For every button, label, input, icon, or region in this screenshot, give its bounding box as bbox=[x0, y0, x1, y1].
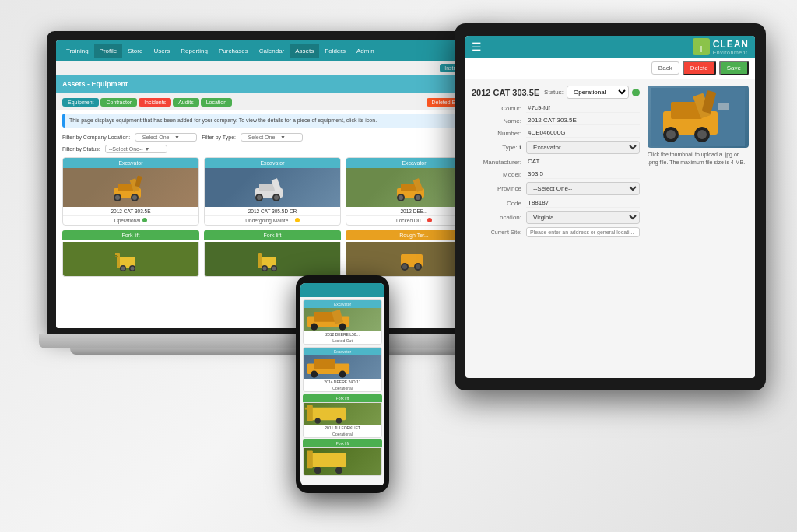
equipment-photo-svg bbox=[651, 88, 745, 146]
svg-point-59 bbox=[339, 371, 346, 378]
svg-point-54 bbox=[311, 324, 318, 331]
svg-rect-31 bbox=[258, 253, 262, 268]
laptop-tabs: Equipment Contractor Incidents Audits Lo… bbox=[56, 93, 489, 110]
tablet-nav: ☰ CLEAN Environment bbox=[465, 36, 755, 58]
equipment-photo[interactable] bbox=[648, 86, 749, 148]
card-image-1 bbox=[63, 168, 198, 207]
type-select[interactable]: --Select One-- ▼ bbox=[241, 133, 303, 142]
phone-forklift-name-1: 2011 JUI FORKLIFT bbox=[304, 425, 381, 431]
tablet-content: 2012 CAT 303.5E Status: Operational Colo… bbox=[465, 79, 755, 247]
svg-rect-1 bbox=[118, 184, 133, 191]
tablet-toolbar: Back Delete Save bbox=[465, 58, 755, 79]
province-dropdown[interactable]: --Select One-- bbox=[526, 182, 640, 195]
nav-calendar[interactable]: Calendar bbox=[254, 44, 290, 58]
tablet-device: ☰ CLEAN Environment Back bbox=[455, 23, 766, 390]
nav-admin[interactable]: Admin bbox=[351, 44, 380, 58]
leaf-icon bbox=[694, 40, 708, 54]
excavator-svg-3 bbox=[393, 173, 436, 202]
status-select[interactable]: --Select One-- ▼ bbox=[105, 145, 167, 153]
location-dropdown[interactable]: Virginia bbox=[526, 211, 640, 224]
forklift-section: Fork lift Fork lift Rough Ter... bbox=[56, 230, 489, 242]
laptop-base bbox=[39, 334, 506, 348]
form-row-name: Name: 2012 CAT 303.5E bbox=[472, 116, 640, 125]
laptop-nav: Training Profile Store Users Reporting P… bbox=[56, 40, 489, 61]
forklift-card-1[interactable] bbox=[62, 242, 199, 277]
svg-point-40 bbox=[416, 264, 420, 269]
nav-assets[interactable]: Assets bbox=[290, 44, 319, 58]
phone-card-header-1: Excavator bbox=[304, 300, 381, 308]
logo-icon bbox=[693, 38, 710, 55]
rough-terrain-svg bbox=[398, 245, 430, 272]
tablet-photo-section: Click the thumbnail to upload a .jpg or … bbox=[648, 86, 749, 240]
card-header-1: Excavator bbox=[63, 158, 198, 168]
info-box: This page displays equipment that has be… bbox=[62, 114, 483, 128]
phone-excavator-card-1[interactable]: Excavator 2012 DEERE L50... Locked Out bbox=[303, 299, 382, 345]
menu-icon[interactable]: ☰ bbox=[472, 40, 482, 53]
photo-hint: Click the thumbnail to upload a .jpg or … bbox=[648, 151, 749, 166]
card-name-1: 2012 CAT 303.5E bbox=[63, 207, 198, 216]
form-row-province: Province --Select One-- bbox=[472, 182, 640, 195]
svg-point-55 bbox=[339, 324, 346, 331]
status-dropdown[interactable]: Operational bbox=[567, 86, 629, 99]
svg-point-7 bbox=[132, 195, 137, 200]
phone-forklift-svg-2 bbox=[304, 448, 381, 475]
nav-purchases[interactable]: Purchases bbox=[213, 44, 254, 58]
phone-screen: Excavator 2012 DEERE L50... Locked Out E… bbox=[300, 283, 384, 485]
svg-point-29 bbox=[131, 267, 135, 271]
filter-bar-2: Filter by Status: --Select One-- ▼ bbox=[56, 144, 489, 154]
equipment-grid: Excavator 2012 CAT 303 bbox=[56, 154, 489, 229]
nav-reporting[interactable]: Reporting bbox=[175, 44, 213, 58]
phone-card-name-1: 2012 DEERE L50... bbox=[304, 331, 381, 338]
excavator-svg-2 bbox=[251, 173, 294, 202]
card-status-1: Operational bbox=[63, 216, 198, 225]
tablet-header-row: 2012 CAT 303.5E Status: Operational bbox=[472, 86, 640, 99]
svg-rect-60 bbox=[311, 408, 346, 420]
manufacturer-value: CAT bbox=[526, 157, 640, 166]
tab-location[interactable]: Location bbox=[201, 98, 232, 107]
svg-point-64 bbox=[336, 418, 342, 423]
nav-store[interactable]: Store bbox=[122, 44, 148, 58]
phone-card-img-2 bbox=[304, 355, 381, 379]
nav-training[interactable]: Training bbox=[61, 44, 94, 58]
tab-equipment[interactable]: Equipment bbox=[62, 98, 99, 107]
svg-rect-24 bbox=[115, 253, 118, 255]
forklift-card-2[interactable] bbox=[204, 242, 341, 277]
tab-audits[interactable]: Audits bbox=[173, 98, 198, 107]
form-row-model: Model: 303.5 bbox=[472, 170, 640, 179]
nav-users[interactable]: Users bbox=[148, 44, 175, 58]
phone-forklift-card-1[interactable]: 2011 JUI FORKLIFT Operational bbox=[303, 402, 382, 438]
back-button[interactable]: Back bbox=[651, 61, 679, 75]
svg-rect-65 bbox=[311, 453, 346, 467]
type-dropdown[interactable]: Excavator bbox=[526, 141, 640, 154]
clean-logo: CLEAN Environment bbox=[713, 39, 749, 55]
tab-incidents[interactable]: Incidents bbox=[139, 98, 171, 107]
phone-card-name-2: 2014 DEERE 24D 11 bbox=[304, 379, 381, 385]
company-location-select[interactable]: --Select One-- ▼ bbox=[135, 133, 197, 142]
delete-button[interactable]: Delete bbox=[683, 61, 716, 75]
form-row-type: Type: ℹ Excavator bbox=[472, 141, 640, 154]
laptop-frame: Training Profile Store Users Reporting P… bbox=[47, 31, 498, 334]
tab-contractor[interactable]: Contractor bbox=[100, 98, 137, 107]
card-status-2: Undergoing Mainte... bbox=[205, 216, 340, 225]
phone-device: Excavator 2012 DEERE L50... Locked Out E… bbox=[296, 275, 389, 493]
svg-point-67 bbox=[314, 467, 321, 474]
nav-folders[interactable]: Folders bbox=[319, 44, 351, 58]
phone-forklift-header-1: Fork lift bbox=[303, 394, 382, 402]
phone-card-status-1: Locked Out bbox=[304, 338, 381, 344]
nav-profile[interactable]: Profile bbox=[94, 44, 123, 58]
name-value: 2012 CAT 303.5E bbox=[526, 116, 640, 125]
phone-excavator-card-2[interactable]: Excavator 2014 DEERE 24D 11 Operational bbox=[303, 347, 382, 392]
save-button[interactable]: Save bbox=[719, 61, 749, 75]
laptop-device: Training Profile Store Users Reporting P… bbox=[47, 31, 498, 355]
equipment-card-1[interactable]: Excavator 2012 CAT 303 bbox=[62, 157, 199, 226]
tablet-logo: CLEAN Environment bbox=[693, 38, 749, 55]
current-site-input[interactable] bbox=[526, 227, 640, 237]
phone-forklift-img-2 bbox=[304, 448, 381, 475]
forklift-header-1: Fork lift bbox=[62, 230, 199, 240]
laptop-foot bbox=[70, 348, 475, 355]
equipment-card-2[interactable]: Excavator 2012 CAT 305.5D CR bbox=[204, 157, 341, 226]
form-row-current-site: Current Site: bbox=[472, 227, 640, 237]
phone-exc-svg-2 bbox=[304, 355, 381, 379]
phone-forklift-card-2[interactable] bbox=[303, 447, 382, 476]
phone-nav bbox=[300, 283, 384, 297]
